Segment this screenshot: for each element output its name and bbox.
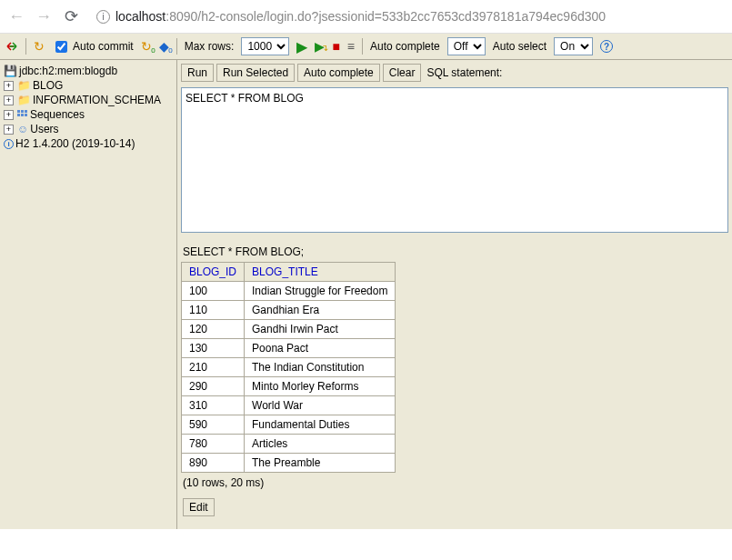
run-button[interactable]: Run [181,64,214,82]
table-row: 210The Indian Constitution [182,358,396,377]
table-cell: Gandhi Irwin Pact [245,320,396,339]
address-bar[interactable]: i localhost:8090/h2-console/login.do?jse… [89,5,725,27]
tree-item-label: INFORMATION_SCHEMA [33,94,161,106]
max-rows-label: Max rows: [185,40,235,53]
table-cell: 110 [182,301,245,320]
table-row: 120Gandhi Irwin Pact [182,320,396,339]
table-row: 130Poona Pact [182,339,396,358]
result-section: SELECT * FROM BLOG; BLOG_IDBLOG_TITLE 10… [181,244,728,518]
table-row: 590Fundamental Duties [182,415,396,435]
site-info-icon[interactable]: i [96,10,110,24]
expand-icon[interactable]: + [4,95,14,105]
tree-item-label: BLOG [33,79,63,92]
back-icon[interactable]: ← [7,7,25,26]
expand-icon[interactable]: + [4,81,14,91]
auto-select-select[interactable]: On [554,37,593,55]
forward-icon[interactable]: → [35,7,53,26]
table-cell: 130 [182,339,245,358]
table-cell: Minto Morley Reforms [245,377,396,396]
clear-button[interactable]: Clear [383,64,422,82]
max-rows-select[interactable]: 1000 [241,37,289,55]
sequences-icon [17,110,28,119]
help-icon[interactable]: ? [600,40,613,53]
auto-select-label: Auto select [493,40,546,53]
result-table: BLOG_IDBLOG_TITLE 100Indian Struggle for… [181,262,396,473]
expand-icon[interactable]: + [4,125,14,135]
auto-commit-label: Auto commit [73,40,134,53]
tree-item-label: Sequences [30,108,85,121]
tree-version[interactable]: i H2 1.4.200 (2019-10-14) [2,136,175,151]
disconnect-icon[interactable] [5,40,18,53]
table-row: 890The Preamble [182,454,396,473]
stop-icon[interactable]: ■ [332,39,339,54]
table-cell: The Indian Constitution [245,358,396,377]
edit-button[interactable]: Edit [183,498,215,516]
url-host: localhost [115,9,165,24]
table-cell: World War [245,396,396,415]
reload-icon[interactable]: ⟳ [62,6,80,26]
h2-console: ↻ Auto commit ↻0 ◆0 Max rows: 1000 ▶ ▶↴ … [0,34,732,529]
tree-db-label: jdbc:h2:mem:blogdb [19,65,117,77]
table-cell: 290 [182,377,245,396]
table-cell: 310 [182,396,245,415]
separator [176,38,177,55]
database-icon: 💾 [4,65,17,77]
auto-commit-checkbox[interactable] [55,41,67,53]
table-row: 110Gandhian Era [182,301,396,320]
table-cell: 890 [182,454,245,473]
table-row: 290Minto Morley Reforms [182,377,396,396]
tree-db-root[interactable]: 💾 jdbc:h2:mem:blogdb [2,64,175,78]
browser-chrome: ← → ⟳ i localhost:8090/h2-console/login.… [0,0,732,34]
svg-rect-1 [21,110,24,113]
history-icon[interactable]: ≡ [347,40,355,53]
url-text: localhost:8090/h2-console/login.do?jsess… [115,9,606,24]
separator [362,38,363,55]
toolbar: ↻ Auto commit ↻0 ◆0 Max rows: 1000 ▶ ▶↴ … [0,34,732,60]
run-icon[interactable]: ▶ [296,38,307,55]
auto-complete-select[interactable]: Off [447,37,486,55]
table-cell: 780 [182,435,245,454]
sql-button-bar: Run Run Selected Auto complete Clear SQL… [181,64,728,82]
table-row: 100Indian Struggle for Freedom [182,282,396,301]
url-path: :8090/h2-console/login.do?jsessionid=533… [165,9,606,24]
svg-rect-3 [17,114,20,116]
table-cell: 210 [182,358,245,377]
sql-statement-label: SQL statement: [426,66,502,79]
tree-item[interactable]: +📁 BLOG [2,78,175,93]
result-query-text: SELECT * FROM BLOG; [183,245,728,258]
run-selected-icon[interactable]: ▶↴ [315,40,325,53]
commit-icon[interactable]: ◆0 [159,40,169,53]
table-row: 780Articles [182,435,396,454]
table-cell: Fundamental Duties [245,415,396,435]
svg-rect-5 [25,114,27,116]
table-cell: Poona Pact [245,339,396,358]
refresh-icon[interactable]: ↻ [34,40,45,53]
content-pane: Run Run Selected Auto complete Clear SQL… [177,60,732,529]
svg-rect-2 [25,110,27,113]
table-cell: Gandhian Era [245,301,396,320]
table-row: 310World War [182,396,396,415]
svg-rect-0 [17,110,20,113]
result-meta: (10 rows, 20 ms) [183,476,728,489]
auto-complete-label: Auto complete [370,40,440,53]
tree-item[interactable]: +☺ Users [2,122,175,136]
expand-icon[interactable]: + [4,110,14,120]
folder-icon: 📁 [17,94,31,106]
sql-textarea[interactable] [181,87,728,233]
run-selected-button[interactable]: Run Selected [216,64,295,82]
tree-item[interactable]: + Sequences [2,107,175,122]
users-icon: ☺ [17,123,28,135]
table-cell: Indian Struggle for Freedom [245,282,396,301]
auto-commit-wrap[interactable]: Auto commit [52,38,134,55]
sidebar-tree: 💾 jdbc:h2:mem:blogdb +📁 BLOG+📁 INFORMATI… [0,60,177,529]
column-header[interactable]: BLOG_ID [182,263,245,282]
table-cell: The Preamble [245,454,396,473]
separator [25,38,26,55]
tree-item[interactable]: +📁 INFORMATION_SCHEMA [2,93,175,107]
auto-complete-button[interactable]: Auto complete [297,64,380,82]
table-cell: Articles [245,435,396,454]
rollback-icon[interactable]: ↻0 [141,40,152,53]
table-cell: 120 [182,320,245,339]
column-header[interactable]: BLOG_TITLE [245,263,396,282]
tree-item-label: Users [30,123,58,135]
